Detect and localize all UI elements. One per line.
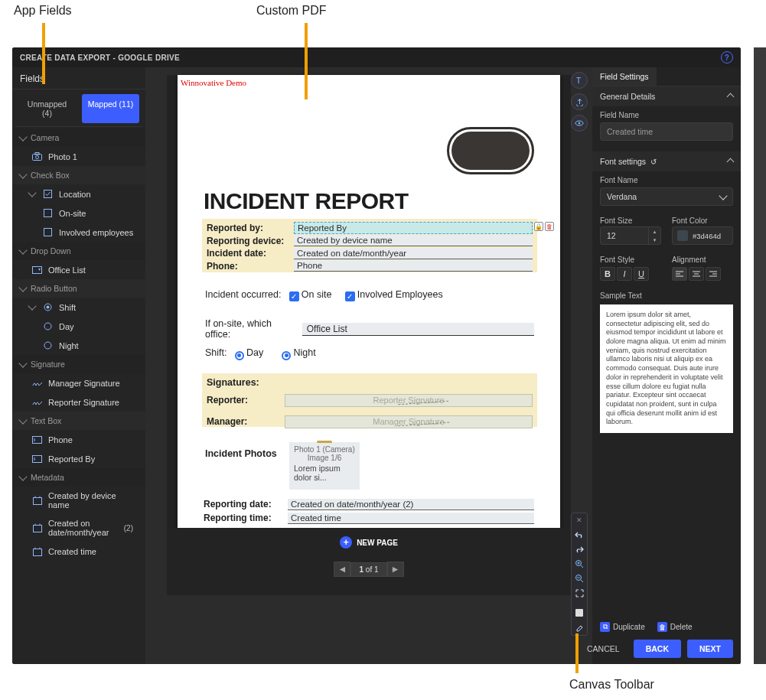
zoom-in-icon[interactable]	[574, 558, 585, 569]
checkbox-onsite[interactable]	[289, 291, 299, 301]
right-panel-footer: ⧉Duplicate 🗑Delete CANCEL BACK NEXT	[592, 616, 741, 664]
italic-button[interactable]: I	[617, 267, 632, 281]
item-label: Photo 1	[48, 152, 77, 161]
fullscreen-icon[interactable]	[574, 588, 585, 598]
undo-icon[interactable]	[574, 529, 585, 540]
selection-handles[interactable]: 🔒🗑	[534, 222, 554, 231]
delete-button[interactable]: 🗑Delete	[657, 622, 693, 632]
svg-rect-6	[33, 266, 42, 273]
redo-icon[interactable]	[574, 544, 585, 555]
tab-unmapped[interactable]: Unmapped (4)	[18, 94, 76, 123]
group-camera[interactable]: Camera	[12, 129, 145, 147]
field-incident-date[interactable]: Created on date/month/year	[294, 248, 533, 259]
field-device[interactable]: Created by device name	[294, 235, 533, 246]
drag-handle-icon[interactable]	[317, 441, 332, 443]
eye-icon[interactable]	[571, 115, 588, 132]
bold-button[interactable]: B	[600, 267, 615, 281]
new-page-button[interactable]: + NEW PAGE	[340, 536, 398, 549]
svg-line-28	[581, 565, 583, 568]
sidebar-item-involved[interactable]: Involved employees	[12, 223, 145, 242]
sidebar-item-phone[interactable]: Phone	[12, 430, 145, 449]
delete-icon[interactable]: 🗑	[545, 222, 554, 231]
lock-icon[interactable]: 🔒	[534, 222, 543, 231]
upload-icon[interactable]	[571, 93, 588, 110]
text-tool-icon[interactable]: T	[571, 72, 588, 89]
group-textbox[interactable]: Text Box	[12, 412, 145, 430]
sidebar-item-location[interactable]: Location	[12, 184, 145, 203]
eraser-icon[interactable]	[574, 622, 585, 633]
align-left-button[interactable]	[672, 267, 687, 281]
select-font-name[interactable]: Verdana	[600, 187, 733, 206]
input-font-color[interactable]: #3d464d	[672, 226, 733, 245]
sidebar-item-meta-createdtime[interactable]: Created time	[12, 542, 145, 561]
field-office-list[interactable]: Office List	[302, 323, 534, 336]
spinner-down-icon[interactable]: ▼	[649, 236, 660, 244]
radio-night[interactable]	[282, 351, 291, 360]
item-label: Phone	[48, 435, 73, 444]
tab-field-settings[interactable]: Field Settings	[592, 67, 657, 86]
duplicate-button[interactable]: ⧉Duplicate	[600, 622, 645, 632]
item-label: Office List	[48, 265, 86, 275]
checkbox-involved[interactable]	[345, 291, 355, 301]
page-next-button[interactable]: ►	[387, 562, 404, 577]
sidebar-item-shift-day[interactable]: Day	[12, 317, 145, 336]
plus-icon: +	[340, 536, 352, 549]
tab-mapped[interactable]: Mapped (11)	[82, 94, 139, 123]
checkbox-icon	[43, 189, 53, 199]
photo-placeholder[interactable]: Photo 1 (Camera) Image 1/6 Lorem ipsum d…	[289, 442, 360, 490]
close-icon[interactable]: ✕	[574, 515, 585, 526]
window-right-edge	[754, 47, 766, 664]
underline-button[interactable]: U	[634, 267, 649, 281]
input-font-size[interactable]: 12▲▼	[600, 226, 661, 245]
rect-tool-icon[interactable]	[574, 607, 585, 618]
sidebar-item-reporter-sig[interactable]: Reporter Signature	[12, 392, 145, 412]
group-signature[interactable]: Signature	[12, 355, 145, 373]
color-value: #3d464d	[693, 232, 721, 240]
next-button[interactable]: NEXT	[687, 640, 733, 658]
sidebar-item-shift[interactable]: Shift	[12, 298, 145, 317]
field-reported-by[interactable]: Reported By	[294, 222, 533, 234]
duplicate-icon: ⧉	[600, 622, 610, 632]
sidebar-item-manager-sig[interactable]: Manager Signature	[12, 373, 145, 392]
reset-icon[interactable]: ↺	[650, 158, 657, 166]
svg-rect-5	[44, 229, 52, 236]
align-center-button[interactable]	[689, 267, 704, 281]
cancel-button[interactable]: CANCEL	[579, 640, 627, 658]
group-label: Text Box	[31, 416, 61, 425]
group-checkbox[interactable]: Check Box	[12, 166, 145, 184]
back-button[interactable]: BACK	[634, 640, 681, 658]
sidebar-item-meta-device[interactable]: Created by device name	[12, 487, 145, 514]
radio-icon	[43, 321, 53, 331]
field-reporter-sig[interactable]: Reporter Signature	[285, 394, 533, 407]
input-field-name[interactable]: Created time	[600, 122, 733, 141]
field-manager-sig[interactable]: Manager Signature	[285, 415, 533, 428]
label-reporting-time: Reporting time:	[204, 513, 288, 523]
sidebar-item-meta-createdon[interactable]: Created on date/month/year (2)	[12, 514, 145, 542]
sidebar-item-reportedby[interactable]: Reported By	[12, 449, 145, 468]
section-font-settings[interactable]: Font settings↺	[592, 151, 741, 171]
field-reporting-time[interactable]: Created time	[288, 513, 534, 524]
radio-day[interactable]	[235, 351, 244, 360]
metadata-icon	[32, 523, 42, 533]
signature-icon	[32, 397, 42, 407]
pdf-page[interactable]: Winnovative Demo INCIDENT REPORT Reporte…	[178, 75, 560, 528]
svg-rect-2	[35, 153, 39, 155]
sidebar-item-shift-night[interactable]: Night	[12, 336, 145, 355]
sidebar-item-photo1[interactable]: Photo 1	[12, 147, 145, 166]
page-prev-button[interactable]: ◄	[334, 562, 350, 577]
svg-rect-3	[44, 190, 52, 198]
align-right-button[interactable]	[706, 267, 721, 281]
zoom-out-icon[interactable]	[574, 573, 585, 584]
field-reporting-date[interactable]: Created on date/month/year (2)	[288, 499, 534, 510]
item-label: Location	[59, 190, 91, 199]
section-general[interactable]: General Details	[592, 86, 741, 106]
sidebar-item-officelist[interactable]: Office List	[12, 260, 145, 279]
field-phone[interactable]: Phone	[294, 260, 533, 272]
spinner-up-icon[interactable]: ▲	[649, 227, 660, 236]
group-radio[interactable]: Radio Button	[12, 279, 145, 298]
group-metadata[interactable]: Metadata	[12, 468, 145, 487]
sidebar-item-onsite[interactable]: On-site	[12, 203, 145, 223]
group-dropdown[interactable]: Drop Down	[12, 242, 145, 260]
help-icon[interactable]: ?	[721, 51, 733, 63]
sig-placeholder: Manager Signature	[373, 417, 445, 426]
